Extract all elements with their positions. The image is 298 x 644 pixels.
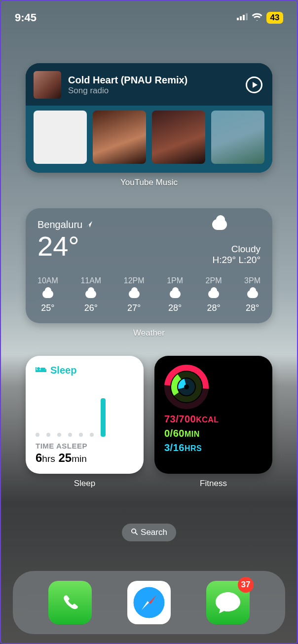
- svg-rect-8: [40, 368, 45, 370]
- hour-label: 2PM: [206, 276, 222, 285]
- forecast-hour: 3PM 28°: [244, 276, 261, 313]
- widgets-area: Cold Heart (PNAU Remix) Song radio YouTu…: [26, 63, 272, 489]
- battery-indicator: 43: [266, 12, 283, 24]
- suggestion-thumb[interactable]: [34, 111, 87, 164]
- time-asleep-label: TIME ASLEEP: [36, 442, 134, 450]
- stand-ring-value: 3/16HRS: [164, 441, 262, 455]
- hourly-forecast: 10AM 25° 11AM 26° 12PM 27° 1PM 28° 2PM: [37, 276, 261, 313]
- cloud-icon: [129, 290, 140, 298]
- widget-label-weather: Weather: [26, 328, 272, 338]
- widget-label-sleep: Sleep: [26, 479, 144, 489]
- weather-temperature: 24°: [37, 232, 93, 260]
- hour-temp: 26°: [84, 303, 98, 313]
- svg-rect-2: [243, 15, 245, 20]
- hour-label: 3PM: [244, 276, 261, 285]
- youtube-music-widget[interactable]: Cold Heart (PNAU Remix) Song radio: [26, 63, 272, 173]
- svg-point-7: [37, 367, 40, 370]
- now-playing-header[interactable]: Cold Heart (PNAU Remix) Song radio: [26, 63, 272, 106]
- track-title: Cold Heart (PNAU Remix): [68, 75, 239, 86]
- album-art: [34, 71, 61, 99]
- phone-app-icon[interactable]: [48, 581, 92, 624]
- hour-temp: 28°: [246, 303, 259, 313]
- svg-rect-4: [36, 370, 46, 372]
- svg-rect-1: [240, 16, 242, 20]
- wifi-icon: [252, 13, 262, 23]
- search-icon: [131, 528, 138, 537]
- weather-widget[interactable]: Bengaluru 24° Cloudy H:29° L:20° 10AM 25…: [26, 208, 272, 323]
- hour-label: 12PM: [124, 276, 145, 285]
- play-button[interactable]: [246, 76, 262, 93]
- time-asleep-value: 6hrs 25min: [36, 451, 134, 465]
- weather-location: Bengaluru: [37, 219, 93, 230]
- status-bar: 9:45 43: [1, 1, 297, 28]
- suggestion-thumb[interactable]: [211, 111, 264, 164]
- svg-rect-0: [237, 18, 239, 20]
- forecast-hour: 11AM 26°: [80, 276, 101, 313]
- sleep-widget[interactable]: Sleep TIME ASLEEP 6hrs 25min: [26, 356, 144, 474]
- sleep-header-label: Sleep: [50, 365, 76, 376]
- svg-rect-6: [45, 369, 46, 372]
- activity-rings-icon: [164, 365, 209, 409]
- weather-range: H:29° L:20°: [212, 255, 261, 265]
- safari-app-icon[interactable]: [127, 581, 171, 624]
- forecast-hour: 1PM 28°: [167, 276, 183, 313]
- suggestion-row: [26, 106, 272, 173]
- cloud-icon: [85, 290, 96, 298]
- status-right: 43: [237, 12, 283, 24]
- bed-icon: [36, 365, 46, 376]
- suggestion-thumb[interactable]: [152, 111, 205, 164]
- forecast-hour: 12PM 27°: [124, 276, 145, 313]
- hour-label: 1PM: [167, 276, 183, 285]
- sleep-graph: [36, 376, 134, 442]
- cellular-icon: [237, 13, 248, 22]
- widget-label-ytmusic: YouTube Music: [26, 178, 272, 188]
- search-label: Search: [141, 528, 167, 537]
- location-arrow-icon: [85, 219, 93, 230]
- hour-temp: 27°: [127, 303, 141, 313]
- hour-temp: 28°: [207, 303, 220, 313]
- svg-rect-3: [246, 13, 248, 20]
- track-subtitle: Song radio: [68, 86, 239, 96]
- spotlight-search-button[interactable]: Search: [122, 524, 176, 541]
- fitness-widget[interactable]: 73/700KCAL 0/60MIN 3/16HRS: [154, 356, 272, 474]
- cloud-icon: [170, 290, 181, 298]
- move-ring-value: 73/700KCAL: [164, 412, 262, 426]
- forecast-hour: 2PM 28°: [206, 276, 222, 313]
- hour-label: 10AM: [37, 276, 58, 285]
- cloud-icon: [208, 290, 219, 298]
- messages-app-icon[interactable]: 37: [206, 581, 250, 624]
- hour-label: 11AM: [80, 276, 101, 285]
- weather-condition: Cloudy: [212, 244, 261, 255]
- exercise-ring-value: 0/60MIN: [164, 426, 262, 441]
- dock: 37: [13, 571, 285, 634]
- hour-temp: 28°: [168, 303, 182, 313]
- messages-badge: 37: [238, 577, 254, 593]
- forecast-hour: 10AM 25°: [37, 276, 58, 313]
- svg-line-10: [135, 532, 137, 534]
- suggestion-thumb[interactable]: [93, 111, 146, 164]
- widget-label-fitness: Fitness: [154, 479, 272, 489]
- cloud-icon: [247, 290, 258, 298]
- status-time: 9:45: [15, 11, 37, 24]
- svg-rect-5: [36, 367, 37, 372]
- cloud-icon: [42, 290, 53, 298]
- hour-temp: 25°: [41, 303, 54, 313]
- cloud-icon: [212, 219, 261, 230]
